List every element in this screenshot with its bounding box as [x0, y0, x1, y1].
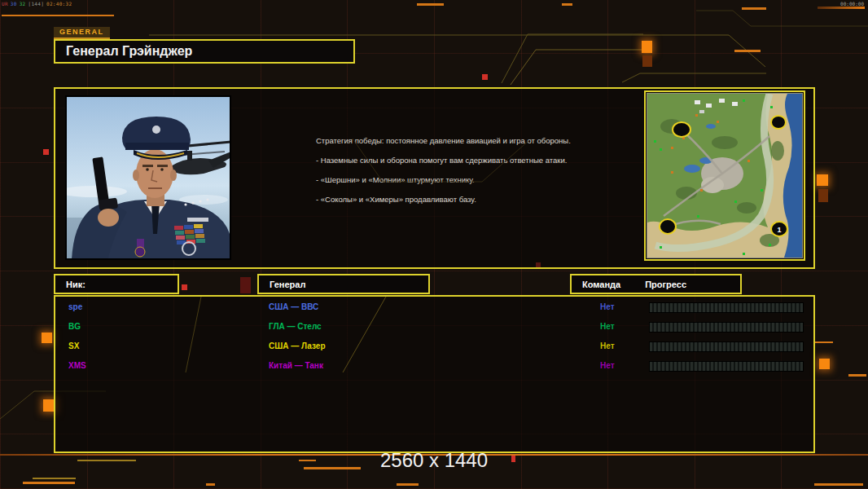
minimap-image: 1	[647, 94, 802, 258]
header-label: Ник:	[66, 280, 85, 289]
decor-dash	[815, 341, 833, 343]
player-nick: SX	[68, 341, 79, 350]
briefing-paragraph: - «Шершни» и «Молнии» штурмуют технику.	[316, 175, 583, 185]
decor-dash	[562, 3, 572, 6]
player-progress-bar	[649, 341, 804, 352]
decor-dash	[397, 483, 419, 486]
player-team: Нет	[600, 361, 615, 370]
player-team: Нет	[600, 322, 615, 331]
decor-square	[482, 74, 488, 80]
column-header-nick: Ник:	[54, 274, 179, 294]
general-tag: GENERAL	[54, 27, 110, 39]
debug-info: UR3032[144]02:40:32	[2, 1, 72, 7]
decor-dash	[33, 478, 76, 479]
header-label: Генерал	[270, 280, 305, 289]
player-team: Нет	[600, 302, 615, 311]
player-nick: spe	[68, 302, 82, 311]
briefing-paragraph: - Наземные силы и оборона помогут вам сд…	[316, 156, 583, 165]
decor-dash	[2, 15, 114, 16]
player-team: Нет	[600, 341, 615, 350]
column-header-team-progress: Команда Прогресс	[570, 274, 742, 294]
briefing-paragraph: - «Соколы» и «Химеры» продавливают базу.	[316, 195, 583, 205]
header-label: Прогресс	[645, 280, 686, 289]
timer-bar	[818, 7, 865, 9]
spawn-number: 1	[777, 226, 781, 234]
player-general: ГЛА — Стелс	[269, 322, 322, 331]
decor-dash	[814, 483, 863, 486]
portrait-image	[65, 95, 231, 260]
general-portrait	[65, 95, 231, 260]
player-row: BG ГЛА — Стелс Нет	[55, 319, 813, 339]
match-timer: 00:00:00	[840, 1, 864, 7]
decor-dash	[742, 7, 766, 10]
player-row: XMS Китай — Танк Нет	[55, 359, 813, 378]
player-general: США — ВВС	[269, 302, 318, 311]
briefing-panel: Стратегия победы: постоянное давление ав…	[54, 87, 815, 269]
column-header-general: Генерал	[257, 274, 430, 294]
player-progress-bar	[649, 302, 804, 313]
player-nick: XMS	[68, 361, 86, 370]
debug-token: 30	[11, 1, 17, 7]
decor-square	[642, 41, 652, 53]
decor-square	[819, 359, 830, 369]
decor-square	[43, 149, 49, 155]
decor-dash	[734, 50, 761, 52]
debug-token: UR	[2, 1, 8, 7]
header-label: Команда	[582, 280, 620, 289]
decor-dash	[848, 374, 866, 377]
resolution-label: 2560 x 1440	[0, 449, 868, 472]
decor-square	[182, 284, 187, 290]
decor-square	[817, 174, 828, 186]
debug-token: 32	[20, 1, 26, 7]
player-progress-bar	[649, 361, 804, 372]
players-panel: spe США — ВВС Нет BG ГЛА — Стелс Нет SX …	[54, 295, 815, 453]
briefing-paragraph: Стратегия победы: постоянное давление ав…	[316, 136, 583, 146]
player-general: США — Лазер	[269, 341, 326, 350]
decor-dash	[417, 3, 444, 6]
player-row: SX США — Лазер Нет	[55, 339, 813, 359]
decor-square	[642, 55, 652, 67]
general-title-box: Генерал Грэйнджер	[54, 39, 355, 64]
debug-token: 02:40:32	[46, 1, 72, 7]
loading-screen: UR3032[144]02:40:32 00:00:00 GENERAL Ген…	[0, 0, 868, 489]
minimap: 1	[644, 90, 805, 261]
player-nick: BG	[68, 322, 81, 331]
decor-square	[42, 333, 52, 343]
strategy-text: Стратегия победы: постоянное давление ав…	[316, 136, 583, 214]
player-row: spe США — ВВС Нет	[55, 300, 813, 319]
debug-token: [144]	[28, 1, 44, 7]
decor-dash	[23, 482, 75, 484]
decor-dash	[206, 483, 215, 486]
general-name: Генерал Грэйнджер	[66, 44, 192, 59]
decor-square	[240, 277, 251, 293]
player-progress-bar	[649, 322, 804, 333]
player-general: Китай — Танк	[269, 361, 323, 370]
decor-square	[818, 189, 828, 202]
